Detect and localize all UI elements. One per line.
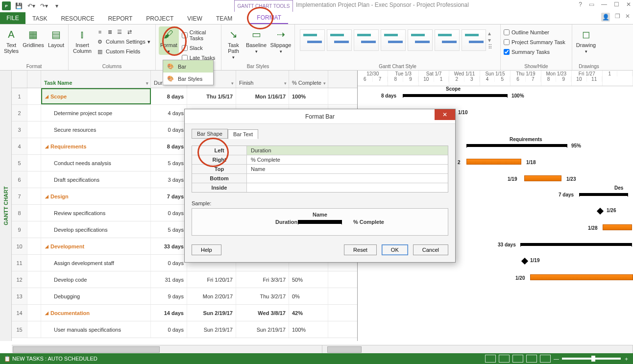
milestone[interactable] [597, 208, 604, 215]
title-bar: P 💾 ↶▾ ↷▾ ▾ GANTT CHART TOOLS Implementa… [0, 0, 633, 12]
zoom-out-icon[interactable]: — [554, 356, 559, 362]
gallery-down-icon[interactable]: ▾ [488, 37, 495, 44]
prop-row-inside[interactable]: Inside [192, 183, 448, 192]
zoom-in-icon[interactable]: ＋ [624, 355, 629, 363]
help-button[interactable]: Help [192, 244, 221, 255]
prop-row-right[interactable]: Right% Complete [192, 155, 448, 165]
style-thumb[interactable] [327, 29, 352, 51]
task-bar[interactable] [466, 159, 521, 165]
drawing-button[interactable]: ◻Drawing▾ [575, 26, 597, 55]
baseline-button[interactable]: ▭Baseline▾ [245, 26, 267, 55]
sample-label: Sample: [192, 200, 448, 206]
table-row[interactable]: 12 Develop code 31 days Fri 1/20/17 Fri … [12, 271, 357, 288]
col-complete[interactable]: % Complete▾ [289, 71, 328, 88]
prop-row-bottom[interactable]: Bottom [192, 174, 448, 183]
col-indicators[interactable] [27, 71, 41, 88]
cancel-button[interactable]: Cancel [413, 244, 448, 255]
summary-tasks-check[interactable]: Summary Tasks [504, 48, 569, 56]
style-thumb[interactable] [408, 29, 433, 51]
format-button[interactable]: 🖌Format▾ [159, 26, 179, 55]
align-buttons[interactable]: ≡≣☰⇄ [96, 27, 150, 36]
hscroll[interactable] [12, 345, 633, 353]
summary-bar[interactable] [520, 243, 632, 246]
table-row[interactable]: 1 ◢Scope 8 days Thu 1/5/17 Mon 1/16/17 1… [12, 88, 357, 105]
redo-icon[interactable]: ↷▾ [39, 1, 49, 11]
custom-fields-button[interactable]: ▥Custom Fields [96, 47, 150, 56]
text-styles-button[interactable]: AText Styles [3, 26, 20, 55]
col-finish[interactable]: Finish▾ [236, 71, 289, 88]
style-thumb[interactable] [462, 29, 487, 51]
tab-project[interactable]: PROJECT [139, 13, 180, 24]
save-icon[interactable]: 💾 [14, 1, 24, 11]
view-btn[interactable] [485, 355, 496, 363]
window-close-icon[interactable]: ✕ [625, 13, 630, 22]
qat-custom-icon[interactable]: ▾ [52, 1, 62, 11]
style-thumb[interactable] [354, 29, 379, 51]
critical-tasks-check[interactable]: Critical Tasks [182, 28, 218, 42]
tab-file[interactable]: FILE [0, 12, 25, 24]
close-icon[interactable]: ✕ [626, 1, 631, 8]
menu-bar-styles[interactable]: 🎨Bar Styles [163, 73, 213, 85]
tab-format[interactable]: FORMAT [250, 12, 288, 24]
col-id[interactable] [12, 71, 27, 88]
tab-view[interactable]: VIEW [180, 13, 209, 24]
insert-column-button[interactable]: ⫿Insert Column [72, 26, 93, 55]
maximize-icon[interactable]: ☐ [614, 1, 619, 8]
view-btn[interactable] [499, 355, 510, 363]
ribbon-options-icon[interactable]: ▭ [589, 1, 594, 8]
gridlines-button[interactable]: ▦Gridlines [23, 26, 44, 49]
layout-button[interactable]: ▤Layout [47, 26, 65, 49]
slippage-button[interactable]: ⇢Slippage▾ [270, 26, 292, 55]
zoom-slider[interactable] [562, 358, 621, 360]
task-bar[interactable] [530, 274, 633, 280]
undo-icon[interactable]: ↶▾ [26, 1, 36, 11]
task-bar[interactable] [524, 175, 561, 181]
outline-number-check[interactable]: Outline Number [504, 28, 569, 36]
tab-resource[interactable]: RESOURCE [54, 13, 101, 24]
project-summary-check[interactable]: Project Summary Task [504, 38, 569, 46]
barstyles-icon: 🎨 [167, 75, 174, 82]
tab-bar-text[interactable]: Bar Text [228, 129, 258, 139]
task-path-button[interactable]: ↘Task Path▾ [224, 26, 243, 61]
group-showhide-label: Show/Hide [504, 63, 569, 69]
task-bar[interactable] [603, 224, 632, 230]
tab-bar-shape[interactable]: Bar Shape [192, 129, 228, 139]
bar-label: Des [614, 185, 623, 191]
table-row[interactable]: 13 Debugging 9 days Mon 2/20/17 Thu 3/2/… [12, 288, 357, 305]
milestone[interactable] [521, 258, 528, 265]
bar-label: 1/19 [508, 176, 517, 182]
gallery-up-icon[interactable]: ▴ [488, 30, 495, 37]
col-taskname[interactable]: Task Name▾ [41, 71, 151, 88]
table-row[interactable]: 14 ◢Documentation 14 days Sun 2/19/17 We… [12, 305, 357, 321]
gantt-style-gallery[interactable]: ▴▾⠿ [298, 26, 497, 54]
style-thumb[interactable] [300, 29, 325, 51]
column-settings-button[interactable]: ⚙Column Settings ▾ [96, 37, 150, 46]
help-icon[interactable]: ? [579, 1, 582, 8]
tab-report[interactable]: REPORT [101, 13, 139, 24]
account-icon[interactable]: 👤 [601, 13, 610, 22]
prop-row-left[interactable]: LeftDuration [192, 146, 448, 155]
new-tasks-mode[interactable]: 📋 NEW TASKS : AUTO SCHEDULED [4, 356, 97, 362]
minimize-icon[interactable]: — [601, 1, 607, 8]
menu-bar[interactable]: 🎨Bar [163, 60, 213, 73]
dialog-close-icon[interactable]: ✕ [435, 109, 455, 120]
summary-bar[interactable] [403, 94, 508, 97]
window-restore-icon[interactable]: ❐ [615, 13, 620, 22]
view-btn[interactable] [540, 355, 551, 363]
view-btn[interactable] [526, 355, 537, 363]
summary-bar[interactable] [466, 144, 567, 147]
slack-check[interactable]: Slack [182, 44, 218, 52]
ribbon: AText Styles ▦Gridlines ▤Layout Format ⫿… [0, 24, 633, 71]
reset-button[interactable]: Reset [344, 244, 377, 255]
tab-team[interactable]: TEAM [209, 13, 239, 24]
style-thumb[interactable] [435, 29, 460, 51]
gallery-more-icon[interactable]: ⠿ [488, 44, 495, 50]
view-btn[interactable] [512, 355, 523, 363]
ok-button[interactable]: OK [382, 244, 408, 255]
summary-bar[interactable] [579, 193, 628, 196]
sample-preview: Name Duration % Complete [192, 208, 448, 236]
style-thumb[interactable] [381, 29, 406, 51]
tab-task[interactable]: TASK [25, 13, 54, 24]
table-row[interactable]: 15 User manuals specifications 0 days Su… [12, 321, 357, 338]
prop-row-top[interactable]: TopName [192, 165, 448, 174]
